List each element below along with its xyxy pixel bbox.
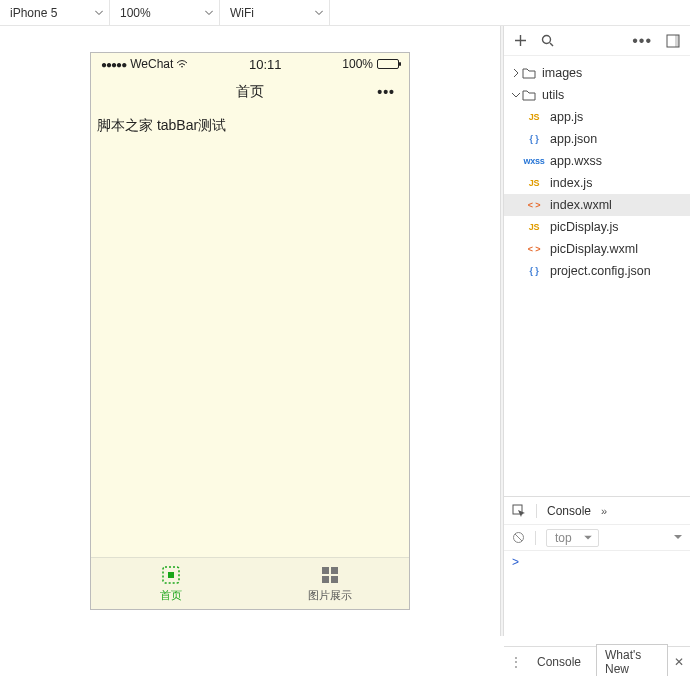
nav-more-button[interactable]: ••• (377, 84, 395, 100)
js-file-icon: JS (522, 222, 546, 232)
right-pane: ••• images utils JSapp.js { }app.json wx… (504, 26, 690, 636)
file-name: app.js (550, 110, 583, 124)
svg-rect-2 (322, 567, 329, 574)
content-text: 脚本之家 tabBar测试 (97, 117, 226, 133)
page-nav-bar: 首页 ••• (91, 75, 409, 109)
folder-icon (522, 67, 536, 79)
simulator-toolbar: iPhone 5 100% WiFi (0, 0, 690, 26)
console-scope-select[interactable]: top (546, 529, 599, 547)
file-item[interactable]: < >picDisplay.wxml (504, 238, 690, 260)
status-time: 10:11 (188, 57, 342, 72)
tabbar-item-home[interactable]: 首页 (91, 558, 250, 609)
zoom-select-value: 100% (120, 6, 151, 20)
home-tab-icon (160, 564, 182, 586)
svg-point-6 (543, 36, 551, 44)
file-name: picDisplay.js (550, 220, 619, 234)
folder-utils[interactable]: utils (504, 84, 690, 106)
console-filter-bar: top (504, 525, 690, 551)
devtools-tabs: Console » (504, 497, 690, 525)
bottom-bar-menu-button[interactable]: ⋮ (510, 655, 522, 669)
file-item[interactable]: JSpicDisplay.js (504, 216, 690, 238)
tabs-overflow-button[interactable]: » (601, 505, 607, 517)
page-content: 脚本之家 tabBar测试 (91, 109, 409, 557)
console-prompt: > (512, 555, 519, 569)
wxml-file-icon: < > (522, 244, 546, 254)
file-item[interactable]: wxssapp.wxss (504, 150, 690, 172)
svg-rect-5 (331, 576, 338, 583)
search-button[interactable] (541, 34, 554, 47)
file-tree: images utils JSapp.js { }app.json wxssap… (504, 56, 690, 496)
tree-caret-icon (510, 69, 522, 77)
svg-rect-8 (675, 35, 679, 47)
folder-images[interactable]: images (504, 62, 690, 84)
tabbar-item-gallery[interactable]: 图片展示 (250, 558, 409, 609)
device-select[interactable]: iPhone 5 (0, 0, 110, 25)
bottom-tab-bar: ⋮ Console What's New ✕ (504, 646, 690, 676)
file-name: app.wxss (550, 154, 602, 168)
gallery-tab-icon (319, 564, 341, 586)
console-input[interactable]: > (504, 551, 690, 636)
tabbar-item-label: 首页 (160, 588, 182, 603)
network-select[interactable]: WiFi (220, 0, 330, 25)
file-name: project.config.json (550, 264, 651, 278)
wifi-icon (176, 60, 188, 69)
add-file-button[interactable] (514, 34, 527, 47)
js-file-icon: JS (522, 178, 546, 188)
tabbar: 首页 图片展示 (91, 557, 409, 609)
file-name: app.json (550, 132, 597, 146)
battery-icon (377, 59, 399, 69)
file-name: picDisplay.wxml (550, 242, 638, 256)
svg-rect-1 (168, 572, 174, 578)
filter-caret-button[interactable] (674, 535, 682, 540)
network-select-value: WiFi (230, 6, 254, 20)
svg-rect-3 (331, 567, 338, 574)
signal-icon: ●●●●● (101, 59, 126, 70)
devtools-panel: Console » top > (504, 496, 690, 636)
clear-console-button[interactable] (512, 531, 525, 544)
folder-icon (522, 89, 536, 101)
file-item[interactable]: JSindex.js (504, 172, 690, 194)
file-item[interactable]: < >index.wxml (504, 194, 690, 216)
close-tab-button[interactable]: ✕ (674, 655, 684, 669)
phone-frame: ●●●●● WeChat 10:11 100% 首页 ••• 脚本之家 tabB… (90, 52, 410, 610)
carrier-label: WeChat (130, 57, 173, 71)
svg-rect-4 (322, 576, 329, 583)
chevron-down-icon (315, 10, 323, 15)
zoom-select[interactable]: 100% (110, 0, 220, 25)
tab-console[interactable]: Console (547, 504, 591, 518)
file-item[interactable]: JSapp.js (504, 106, 690, 128)
page-title: 首页 (236, 83, 264, 101)
simulator-area: ●●●●● WeChat 10:11 100% 首页 ••• 脚本之家 tabB… (0, 26, 500, 636)
file-name: index.js (550, 176, 592, 190)
caret-down-icon (584, 535, 592, 540)
json-file-icon: { } (522, 266, 546, 276)
js-file-icon: JS (522, 112, 546, 122)
tabbar-item-label: 图片展示 (308, 588, 352, 603)
file-item[interactable]: { }app.json (504, 128, 690, 150)
battery-pct: 100% (342, 57, 373, 71)
chevron-down-icon (95, 10, 103, 15)
tree-caret-icon (510, 91, 522, 99)
inspect-element-button[interactable] (512, 504, 526, 518)
more-menu-button[interactable]: ••• (632, 32, 652, 50)
wxss-file-icon: wxss (522, 156, 546, 166)
file-pane-toolbar: ••• (504, 26, 690, 56)
folder-label: images (542, 66, 582, 80)
file-name: index.wxml (550, 198, 612, 212)
file-item[interactable]: { }project.config.json (504, 260, 690, 282)
chevron-down-icon (205, 10, 213, 15)
scope-value: top (555, 531, 572, 545)
bottom-tab-console[interactable]: Console (528, 651, 590, 673)
wxml-file-icon: < > (522, 200, 546, 210)
status-bar: ●●●●● WeChat 10:11 100% (91, 53, 409, 75)
folder-label: utils (542, 88, 564, 102)
panel-toggle-button[interactable] (666, 34, 680, 48)
bottom-tab-whats-new[interactable]: What's New (596, 644, 668, 677)
device-select-value: iPhone 5 (10, 6, 57, 20)
json-file-icon: { } (522, 134, 546, 144)
